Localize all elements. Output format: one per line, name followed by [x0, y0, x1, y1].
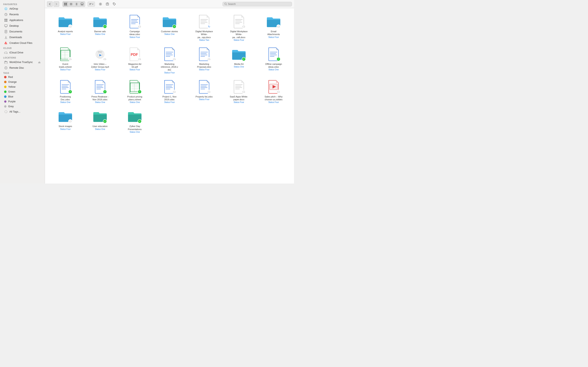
file-item-sales-pitch[interactable]: Sales pitch – Why choose us.zslidesStatu…: [257, 77, 290, 105]
file-item-user-education[interactable]: ✓User educationStatus One: [84, 107, 116, 135]
search-bar: [223, 2, 292, 6]
sidebar-tag-orange[interactable]: Orange: [1, 80, 43, 84]
tag-button[interactable]: [111, 1, 117, 7]
svg-rect-73: [200, 55, 208, 55]
file-item-press-realease[interactable]: ✓Press Realease - Nov 2019.zdocStatus On…: [84, 77, 116, 105]
column-view-button[interactable]: [74, 2, 79, 7]
file-name: Media Kit: [234, 63, 243, 66]
sidebar-tag-purple[interactable]: Purple: [1, 99, 43, 104]
disc-icon: [4, 66, 8, 70]
file-item-campaign-ideas[interactable]: Campaign ideas.zdocStatus Four: [118, 12, 151, 43]
svg-rect-96: [166, 89, 170, 89]
svg-point-21: [5, 110, 7, 113]
file-name: Marketing Proposal.zdoc: [195, 63, 213, 68]
file-item-event-leads[interactable]: Event leads.zsheetStatus Four: [49, 45, 82, 75]
file-item-media-kit[interactable]: ✓Media KitStatus One: [223, 45, 255, 75]
file-item-product-pricing[interactable]: ✓Product pricing plans.zsheetStatus One: [118, 77, 151, 105]
sidebar-item-creative-cloud[interactable]: Creative Cloud Files: [1, 40, 43, 46]
forward-button[interactable]: [53, 1, 59, 7]
sidebar-tag-green[interactable]: Green: [1, 90, 43, 94]
file-item-positioning-doc[interactable]: ✓Positioning Doc.zdocStatus One: [49, 77, 82, 105]
file-item-marketing-proposal[interactable]: Marketing Proposal.zdocStatus Four: [188, 45, 221, 75]
file-name: Project 1, Nov 2019.zdoc: [160, 95, 179, 101]
file-item-banner-ads[interactable]: ✓Banner adsStatus One: [84, 12, 116, 43]
all-tags-icon: [4, 110, 8, 114]
svg-rect-6: [6, 20, 7, 22]
back-button[interactable]: [47, 1, 53, 7]
sidebar-tag-blue[interactable]: Blue: [1, 94, 43, 99]
list-view-button[interactable]: [68, 2, 74, 7]
file-icon-press-realease: ✓: [93, 80, 107, 94]
file-item-digital-workplace-copy[interactable]: ↻Digital Workplace White-pa...opy.docxSt…: [188, 12, 221, 43]
svg-rect-25: [66, 4, 67, 5]
settings-button[interactable]: [97, 1, 104, 7]
toolbar: [45, 0, 294, 8]
svg-rect-68: [166, 53, 172, 54]
eject-icon[interactable]: ⏏: [38, 60, 41, 64]
file-icon-customer-stories: ✓: [162, 14, 177, 29]
svg-rect-5: [4, 20, 6, 22]
file-item-saas-apps[interactable]: SaaS Apps White-paper.docxStatus Four: [223, 77, 255, 105]
sidebar-tag-red[interactable]: Red: [1, 75, 43, 79]
main-content: Analyst reportsStatus Four ✓Banner adsSt…: [45, 0, 294, 184]
creative-cloud-icon: [4, 41, 8, 45]
file-name: Offline campaign ideas.zdoc: [264, 63, 283, 68]
svg-rect-60: [61, 50, 70, 52]
sidebar-item-icloud[interactable]: iCloud Drive: [1, 50, 43, 55]
sidebar-all-tags[interactable]: All Tags...: [1, 109, 43, 114]
svg-rect-81: [62, 87, 69, 88]
file-item-property-list[interactable]: Property list.zdocStatus Four: [188, 77, 221, 105]
file-item-customer-stories[interactable]: ✓Customer storiesStatus One: [153, 12, 186, 43]
sidebar-item-workdrive[interactable]: WorkDrive TrueSync ⏏: [1, 59, 43, 65]
sidebar-item-recents[interactable]: Recents: [1, 12, 43, 17]
sidebar-item-downloads[interactable]: Downloads: [1, 35, 43, 40]
svg-rect-22: [64, 3, 65, 4]
file-status: Status Four: [60, 128, 71, 130]
sort-options-button[interactable]: [87, 2, 95, 7]
gallery-view-button[interactable]: [79, 2, 85, 7]
sidebar-item-documents[interactable]: Documents: [1, 29, 43, 34]
file-item-stock-images[interactable]: Stock imagesStatus Four: [49, 107, 82, 135]
svg-rect-95: [166, 87, 173, 88]
share-button[interactable]: [104, 1, 111, 7]
file-name: Intro Video – Zylker Group.mp4: [91, 63, 109, 68]
tag-label: All Tags...: [9, 110, 20, 113]
svg-rect-53: [235, 22, 242, 23]
file-status: Status Four: [130, 36, 140, 38]
sidebar-tag-grey[interactable]: Grey: [1, 104, 43, 109]
file-status: Status Four: [130, 68, 140, 71]
tag-dot-orange: [4, 81, 7, 83]
svg-text:PDF: PDF: [131, 53, 138, 57]
svg-rect-83: [96, 84, 104, 85]
search-input[interactable]: [228, 3, 290, 6]
file-item-magazine-ad[interactable]: PDF Magazine Ad 02.pdfStatus Four: [118, 45, 151, 75]
sidebar-item-airdrop[interactable]: AirDrop: [1, 6, 43, 11]
sidebar-item-applications[interactable]: Applications: [1, 17, 43, 23]
sidebar-item-remote-disc[interactable]: Remote Disc: [1, 65, 43, 71]
file-item-digital-workplace-draft[interactable]: Digital Workplace White-pa...raft.docxSt…: [223, 12, 255, 43]
file-item-offline-campaign[interactable]: ✓Offline campaign ideas.zdocStatus One: [257, 45, 290, 75]
file-status: Status Two: [199, 39, 209, 41]
sidebar-tag-yellow[interactable]: Yellow: [1, 85, 43, 89]
svg-rect-7: [4, 25, 7, 26]
file-item-intro-video[interactable]: MPEG4 Intro Video – Zylker Group.mp4Stat…: [84, 45, 116, 75]
tag-dot-yellow: [4, 86, 7, 88]
svg-rect-71: [200, 52, 208, 52]
file-item-project-1[interactable]: Project 1, Nov 2019.zdocStatus Four: [153, 77, 186, 105]
file-icon-banner-ads: ✓: [93, 14, 107, 29]
file-item-marketing-inference[interactable]: Marketing inference_2018.zdocStatus Four: [153, 45, 186, 75]
file-item-analyst-reports[interactable]: Analyst reportsStatus Four: [49, 12, 82, 43]
file-status: Status Four: [164, 72, 175, 74]
file-status: Status One: [95, 128, 105, 130]
tag-dot-red: [4, 76, 7, 78]
file-item-zylker-day[interactable]: ✓Zylker Day PresentationsStatus One: [118, 107, 151, 135]
sidebar-item-desktop[interactable]: Desktop: [1, 23, 43, 29]
icon-view-button[interactable]: [63, 2, 68, 7]
file-icon-email-attachments: [266, 14, 281, 29]
file-name: Sales pitch – Why choose us.zslides: [264, 95, 283, 101]
file-name: Customer stories: [161, 30, 178, 33]
tag-label: Grey: [8, 105, 14, 108]
file-name: Email Attachments: [264, 30, 283, 36]
desktop-icon: [4, 24, 8, 28]
file-item-email-attachments[interactable]: Email AttachmentsStatus Four: [257, 12, 290, 43]
